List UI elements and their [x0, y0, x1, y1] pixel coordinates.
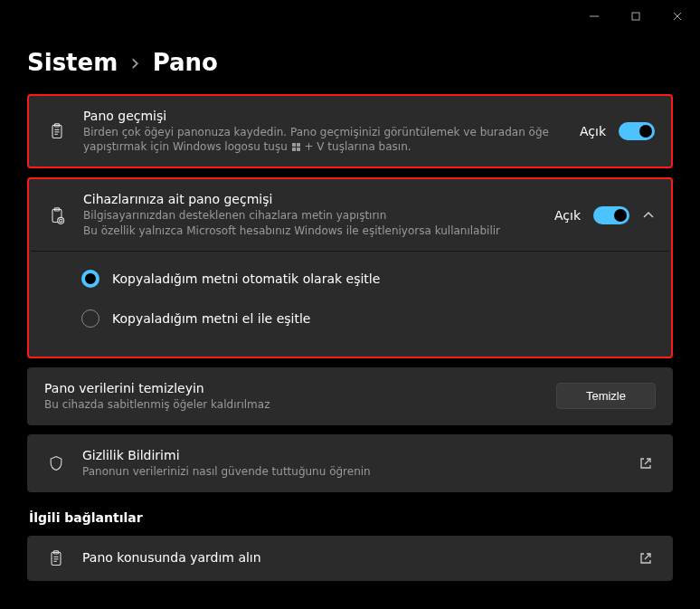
breadcrumb: Sistem › Pano	[27, 51, 673, 74]
breadcrumb-parent[interactable]: Sistem	[27, 51, 118, 74]
device-sync-desc: Bilgisayarınızdan desteklenen cihazlara …	[83, 208, 540, 223]
close-button[interactable]	[657, 4, 698, 29]
sync-auto-option[interactable]: Kopyaladığım metni otomatik olarak eşitl…	[29, 259, 671, 299]
related-links-heading: İlgili bağlantılar	[29, 510, 673, 525]
privacy-title: Gizlilik Bildirimi	[82, 448, 625, 462]
clipboard-sync-icon	[45, 206, 69, 224]
svg-line-12	[645, 459, 650, 464]
clear-title: Pano verilerini temizleyin	[44, 381, 542, 395]
radio-selected-icon[interactable]	[81, 270, 99, 288]
sync-mode-radio-group: Kopyaladığım metni otomatik olarak eşitl…	[29, 252, 671, 357]
chevron-right-icon: ›	[130, 51, 139, 74]
clipboard-history-desc: Birden çok öğeyi panonuza kaydedin. Pano…	[83, 125, 565, 154]
help-card[interactable]: Pano konusunda yardım alın	[27, 536, 673, 581]
clear-data-card: Pano verilerini temizleyin Bu cihazda sa…	[27, 367, 673, 425]
svg-rect-1	[632, 13, 639, 20]
shield-icon	[44, 454, 68, 472]
open-external-icon	[639, 552, 652, 565]
help-title: Pano konusunda yardım alın	[82, 550, 625, 565]
clipboard-icon	[45, 122, 69, 140]
clipboard-icon	[44, 549, 68, 567]
maximize-button[interactable]	[615, 4, 657, 29]
minimize-button[interactable]	[573, 4, 615, 29]
device-sync-toggle[interactable]	[593, 206, 629, 224]
windows-logo-icon	[292, 143, 300, 151]
device-sync-title: Cihazlarınıza ait pano geçmişi	[83, 192, 540, 206]
clipboard-history-title: Pano geçmişi	[83, 109, 565, 123]
privacy-desc: Panonun verilerinizi nasıl güvende tuttu…	[82, 464, 625, 479]
clear-button[interactable]: Temizle	[556, 383, 656, 409]
sync-manual-option[interactable]: Kopyaladığım metni el ile eşitle	[29, 299, 671, 338]
breadcrumb-current: Pano	[153, 51, 218, 74]
clipboard-history-card: Pano geçmişi Birden çok öğeyi panonuza k…	[27, 94, 673, 168]
svg-point-11	[58, 217, 64, 224]
clipboard-history-toggle[interactable]	[619, 122, 655, 140]
privacy-card[interactable]: Gizlilik Bildirimi Panonun verilerinizi …	[27, 434, 673, 492]
open-external-icon	[639, 457, 652, 470]
device-sync-subdesc: Bu özellik yalnızca Microsoft hesabınız …	[83, 224, 540, 238]
chevron-up-icon[interactable]	[642, 209, 655, 222]
clipboard-history-state: Açık	[580, 124, 606, 138]
device-sync-state: Açık	[554, 208, 581, 223]
device-sync-card: Cihazlarınıza ait pano geçmişi Bilgisaya…	[27, 177, 673, 357]
svg-line-18	[645, 554, 650, 559]
radio-icon[interactable]	[81, 309, 99, 328]
clear-desc: Bu cihazda sabitlenmiş öğeler kaldırılma…	[44, 397, 542, 412]
